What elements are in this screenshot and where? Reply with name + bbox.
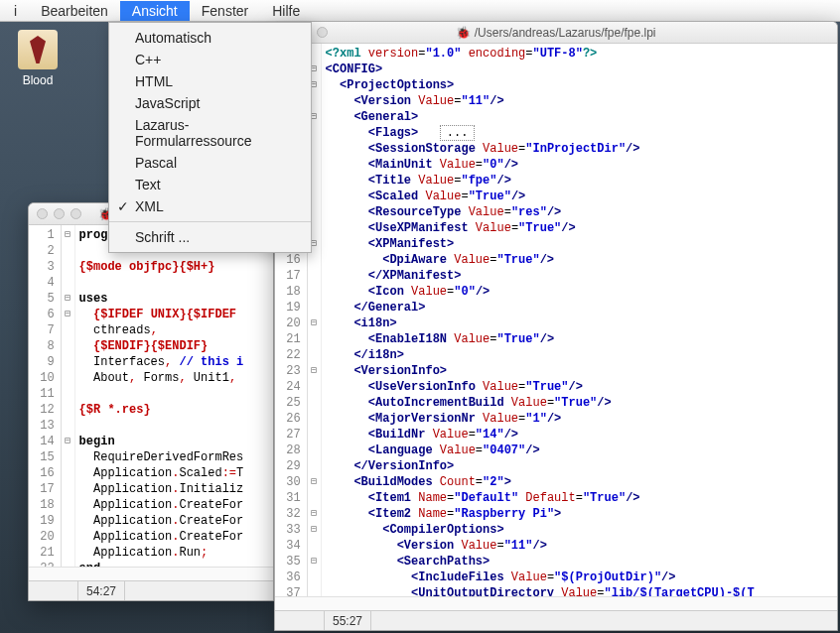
menu-item-hilfe[interactable]: Hilfe — [260, 1, 312, 21]
zoom-icon[interactable] — [70, 208, 81, 219]
cursor-position: 54:27 — [78, 581, 125, 600]
desktop-icon-blood[interactable]: Blood — [8, 30, 68, 87]
scrollbar-horizontal[interactable] — [29, 567, 273, 580]
window-title: 🐞 /Users/andreas/Lazarus/fpe/fpe.lpi — [456, 26, 655, 40]
minimize-icon[interactable] — [54, 208, 65, 219]
syntax-option-lazarus-formularressource[interactable]: Lazarus-Formularressource — [109, 114, 311, 152]
desktop-icon-label: Blood — [8, 73, 68, 87]
editor-window-xml[interactable]: 🐞 /Users/andreas/Lazarus/fpe/fpe.lpi 3 4… — [274, 21, 838, 631]
syntax-option-html[interactable]: HTML — [109, 70, 311, 92]
syntax-option-text[interactable]: Text — [109, 174, 311, 195]
editor-body[interactable]: 1 2 3 4 5 6 7 8 9 10 11 12 13 14 15 16 1… — [29, 225, 273, 567]
app-icon — [18, 30, 58, 69]
syntax-option-javascript[interactable]: JavaScript — [109, 92, 311, 114]
editor-body[interactable]: 3 4 5 6 7 8 9 10 11 12 13 14 15 16 17 18… — [275, 44, 837, 596]
syntax-option-pascal[interactable]: Pascal — [109, 152, 311, 174]
menu-item-ansicht[interactable]: Ansicht — [120, 1, 190, 21]
line-gutter: 1 2 3 4 5 6 7 8 9 10 11 12 13 14 15 16 1… — [29, 225, 62, 567]
menubar: iBearbeitenAnsichtFensterHilfe — [0, 0, 840, 22]
titlebar[interactable]: 🐞 /Users/andreas/Lazarus/fpe/fpe.lpi — [275, 22, 837, 44]
syntax-option-c-[interactable]: C++ — [109, 49, 311, 70]
menu-item-fenster[interactable]: Fenster — [190, 1, 260, 21]
fold-gutter[interactable]: ⊟ ⊟ ⊟ ⊟ — [62, 225, 75, 567]
zoom-icon[interactable] — [317, 27, 328, 38]
close-icon[interactable] — [37, 208, 48, 219]
menu-separator — [109, 221, 311, 222]
view-menu-dropdown: AutomatischC++HTMLJavaScriptLazarus-Form… — [108, 22, 312, 253]
editor-window-pascal[interactable]: 🐞 /Users/andreas/f 1 2 3 4 5 6 7 8 9 10 … — [28, 202, 274, 601]
code-area[interactable]: <?xml version="1.0" encoding="UTF-8"?> <… — [322, 44, 837, 596]
window-controls[interactable] — [37, 208, 81, 219]
cursor-position: 55:27 — [325, 611, 371, 630]
code-area[interactable]: program fpe; {$mode objfpc}{$H+} uses {$… — [75, 225, 273, 567]
scrollbar-horizontal[interactable] — [275, 596, 837, 610]
menu-item-i[interactable]: i — [2, 1, 29, 21]
menu-item-font[interactable]: Schrift ... — [109, 226, 311, 248]
statusbar: 55:27 — [275, 610, 837, 630]
syntax-option-automatisch[interactable]: Automatisch — [109, 27, 311, 49]
syntax-option-xml[interactable]: XML — [109, 195, 311, 217]
statusbar: 54:27 — [29, 580, 273, 600]
menu-item-bearbeiten[interactable]: Bearbeiten — [29, 1, 120, 21]
